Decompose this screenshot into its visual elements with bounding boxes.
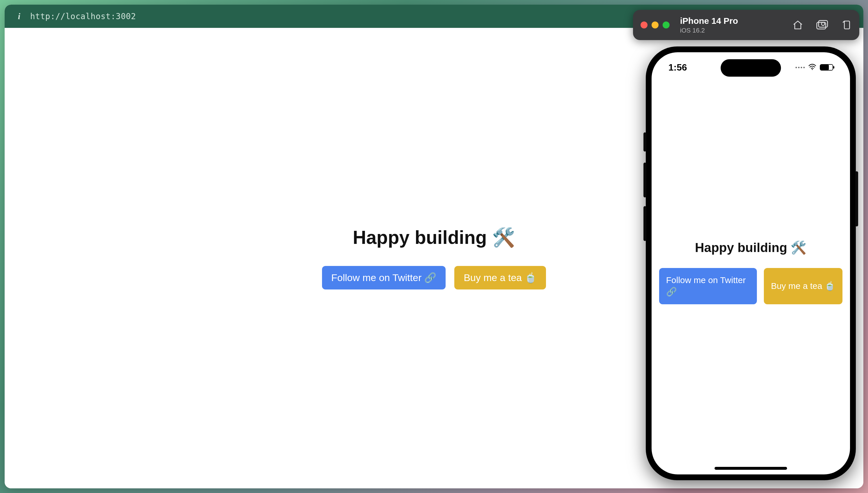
- iphone-heading: Happy building 🛠️: [695, 240, 807, 255]
- dynamic-island: [721, 59, 781, 77]
- twitter-button[interactable]: Follow me on Twitter 🔗: [322, 266, 446, 290]
- home-icon[interactable]: [793, 20, 803, 30]
- window-controls: [641, 21, 669, 28]
- site-info-icon[interactable]: i: [13, 11, 25, 21]
- close-window-button[interactable]: [641, 21, 647, 28]
- simulator-tools: [793, 20, 852, 30]
- battery-icon: [820, 64, 833, 70]
- home-indicator[interactable]: [714, 467, 787, 470]
- simulator-device-label: iPhone 14 Pro: [680, 16, 738, 26]
- rotate-icon[interactable]: [841, 20, 852, 30]
- zoom-window-button[interactable]: [663, 21, 669, 28]
- wifi-icon: [808, 64, 816, 71]
- svg-point-2: [822, 22, 825, 25]
- iphone-power-button[interactable]: [855, 171, 858, 227]
- svg-point-4: [812, 69, 813, 70]
- iphone-volume-down[interactable]: [643, 206, 646, 241]
- iphone-mute-switch[interactable]: [643, 132, 646, 152]
- iphone-buy-tea-button[interactable]: Buy me a tea 🍵: [764, 268, 843, 304]
- iphone-twitter-button[interactable]: Follow me on Twitter 🔗: [659, 268, 757, 304]
- iphone-screen: 1:56 Happy building 🛠: [652, 52, 850, 474]
- iphone-volume-up[interactable]: [643, 163, 646, 197]
- simulator-toolbar: iPhone 14 Pro iOS 16.2: [633, 10, 859, 40]
- buy-tea-button[interactable]: Buy me a tea 🍵: [454, 266, 546, 290]
- simulator-os-label: iOS 16.2: [680, 27, 738, 34]
- page-heading: Happy building 🛠️: [353, 227, 515, 249]
- status-indicators: [796, 64, 833, 71]
- minimize-window-button[interactable]: [652, 21, 659, 28]
- iphone-body: 1:56 Happy building 🛠: [646, 46, 856, 480]
- simulator-title: iPhone 14 Pro iOS 16.2: [680, 16, 738, 34]
- svg-rect-3: [845, 21, 850, 29]
- status-time: 1:56: [668, 62, 687, 73]
- iphone-simulator: 1:56 Happy building 🛠: [646, 46, 856, 480]
- button-row: Follow me on Twitter 🔗 Buy me a tea 🍵: [322, 266, 546, 290]
- cellular-signal-icon: [796, 67, 805, 68]
- svg-rect-1: [819, 21, 828, 27]
- iphone-button-row: Follow me on Twitter 🔗 Buy me a tea 🍵: [659, 268, 843, 304]
- desktop-background: i http://localhost:3002 Happy building 🛠…: [0, 0, 868, 493]
- url-text[interactable]: http://localhost:3002: [30, 12, 136, 21]
- screenshot-icon[interactable]: [816, 20, 828, 30]
- iphone-viewport: Happy building 🛠️ Follow me on Twitter 🔗…: [652, 81, 850, 463]
